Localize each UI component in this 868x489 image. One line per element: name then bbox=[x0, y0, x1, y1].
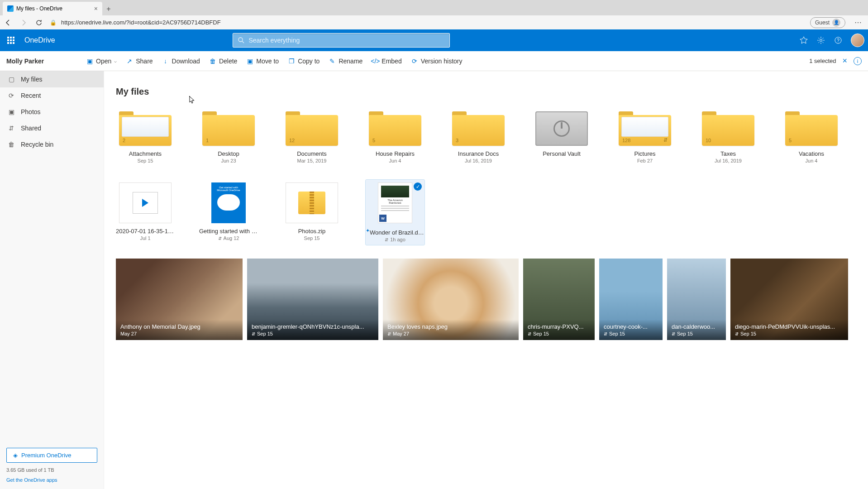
video-thumbnail bbox=[119, 182, 172, 223]
share-button[interactable]: ↗Share bbox=[126, 58, 153, 65]
new-tab-button[interactable]: + bbox=[102, 3, 115, 15]
image-tile[interactable]: chris-murray-PXVQ...⇵ Sep 15 bbox=[523, 259, 595, 340]
folder-item[interactable]: 3Insurance DocsJul 16, 2019 bbox=[449, 109, 508, 166]
item-date: ⇵ 1h ago bbox=[385, 237, 405, 242]
settings-icon[interactable] bbox=[816, 36, 825, 45]
open-icon: ▣ bbox=[86, 58, 93, 65]
image-name: dan-calderwoo... bbox=[672, 323, 721, 330]
svg-line-1 bbox=[242, 41, 244, 43]
copy-button[interactable]: ❐Copy to bbox=[288, 58, 320, 65]
tab-title: My files - OneDrive bbox=[16, 5, 62, 12]
image-name: diego-marin-PeDMdPVVUik-unsplas... bbox=[735, 323, 844, 330]
folder-item[interactable]: 128⇵PicturesFeb 27 bbox=[615, 109, 674, 166]
url-text: https://onedrive.live.com/?id=root&cid=2… bbox=[61, 19, 221, 26]
rename-icon: ✎ bbox=[329, 58, 336, 65]
onedrive-favicon-icon bbox=[7, 5, 14, 12]
folder-item[interactable]: 2AttachmentsSep 15 bbox=[116, 109, 175, 166]
image-date: ⇵ Sep 15 bbox=[528, 331, 590, 336]
copy-icon: ❐ bbox=[288, 58, 295, 65]
image-tile[interactable]: courtney-cook-...⇵ Sep 15 bbox=[599, 259, 663, 340]
sidebar-item-recycle-bin[interactable]: 🗑Recycle bin bbox=[0, 136, 104, 153]
sidebar-item-photos[interactable]: ▣Photos bbox=[0, 104, 104, 120]
nav-label: My files bbox=[21, 76, 42, 83]
back-button[interactable] bbox=[4, 18, 13, 27]
tab-bar: My files - OneDrive × + bbox=[0, 0, 868, 15]
download-button[interactable]: ↓Download bbox=[162, 58, 200, 65]
premium-button[interactable]: ◈ Premium OneDrive bbox=[6, 448, 97, 463]
url-field[interactable]: 🔒 https://onedrive.live.com/?id=root&cid… bbox=[50, 19, 804, 26]
item-name: Taxes bbox=[720, 150, 736, 157]
search-placeholder: Search everything bbox=[248, 37, 300, 44]
file-item[interactable]: Photos.zipSep 15 bbox=[282, 180, 341, 245]
folder-item[interactable]: 1DesktopJun 23 bbox=[199, 109, 258, 166]
browser-menu-button[interactable]: ⋯ bbox=[852, 18, 864, 27]
refresh-button[interactable] bbox=[34, 18, 43, 27]
image-name: benjamin-gremler-qONhYBVNz1c-unspla... bbox=[252, 323, 374, 330]
delete-button[interactable]: 🗑Delete bbox=[209, 58, 237, 65]
image-tile[interactable]: diego-marin-PeDMdPVVUik-unsplas...⇵ Sep … bbox=[730, 259, 848, 340]
guest-avatar-icon: 👤 bbox=[832, 19, 840, 27]
app-launcher-button[interactable] bbox=[4, 33, 18, 48]
item-name: Photos.zip bbox=[298, 228, 326, 235]
folder-icon: 12 bbox=[286, 111, 338, 146]
item-date: Jul 16, 2019 bbox=[715, 158, 742, 163]
sidebar-item-my-files[interactable]: ▢My files bbox=[0, 71, 104, 87]
svg-point-0 bbox=[238, 38, 243, 42]
file-item[interactable]: Get started withMicrosoft OneDriveGettin… bbox=[199, 180, 258, 245]
sidebar-item-recent[interactable]: ⟳Recent bbox=[0, 87, 104, 104]
tab-close-icon[interactable]: × bbox=[94, 5, 98, 12]
item-name: House Repairs bbox=[376, 150, 415, 157]
image-name: Bexley loves naps.jpeg bbox=[387, 323, 514, 330]
storage-text: 3.65 GB used of 1 TB bbox=[6, 467, 97, 473]
sidebar-item-shared[interactable]: ⇵Shared bbox=[0, 120, 104, 136]
file-item[interactable]: 2020-07-01 16-35-10.m...Jul 1 bbox=[116, 180, 175, 245]
image-tile[interactable]: Anthony on Memorial Day.jpegMay 27 bbox=[116, 259, 243, 340]
address-bar: 🔒 https://onedrive.live.com/?id=root&cid… bbox=[0, 15, 868, 29]
get-apps-link[interactable]: Get the OneDrive apps bbox=[6, 477, 97, 483]
embed-icon: </> bbox=[372, 58, 379, 65]
embed-button[interactable]: </>Embed bbox=[372, 58, 401, 65]
breadcrumb-user: Molly Parker bbox=[6, 58, 86, 65]
folder-icon: 10 bbox=[702, 111, 754, 146]
suite-header: OneDrive Search everything ? bbox=[0, 29, 868, 51]
recent-icon: ⟳ bbox=[7, 91, 15, 100]
version-button[interactable]: ⟳Version history bbox=[411, 58, 463, 65]
folder-item[interactable]: 10TaxesJul 16, 2019 bbox=[699, 109, 758, 166]
folder-item[interactable]: 5VacationsJun 4 bbox=[782, 109, 841, 166]
image-tile[interactable]: benjamin-gremler-qONhYBVNz1c-unspla...⇵ … bbox=[247, 259, 378, 340]
help-icon[interactable]: ? bbox=[834, 36, 843, 45]
rename-button[interactable]: ✎Rename bbox=[329, 58, 362, 65]
file-item[interactable]: ✓The AmazonRainforestW✦Wonder of Brazil.… bbox=[366, 180, 424, 245]
image-date: ⇵ Sep 15 bbox=[252, 331, 374, 336]
item-name: Insurance Docs bbox=[458, 150, 499, 157]
image-date: May 27 bbox=[120, 331, 238, 336]
guest-label: Guest bbox=[815, 19, 830, 26]
open-button[interactable]: ▣Open⌵ bbox=[86, 58, 117, 65]
image-date: ⇵ Sep 15 bbox=[672, 331, 721, 336]
move-button[interactable]: ▣Move to bbox=[246, 58, 279, 65]
folder-item[interactable]: Personal Vault bbox=[532, 109, 591, 166]
vault-icon bbox=[535, 111, 588, 146]
folder-item[interactable]: 5House RepairsJun 4 bbox=[366, 109, 424, 166]
info-button[interactable]: i bbox=[854, 57, 862, 65]
image-date: ⇵ May 27 bbox=[387, 331, 514, 336]
folder-icon: 5 bbox=[369, 111, 421, 146]
item-date: Jul 1 bbox=[140, 235, 150, 241]
shared-icon: ⇵ bbox=[387, 331, 391, 336]
image-date: ⇵ Sep 15 bbox=[604, 331, 658, 336]
clear-selection-button[interactable]: × bbox=[842, 56, 847, 66]
nav-label: Photos bbox=[21, 108, 41, 115]
item-date: Jul 16, 2019 bbox=[465, 158, 492, 163]
user-avatar[interactable] bbox=[851, 34, 864, 47]
shared-icon: ⇵ bbox=[252, 331, 255, 336]
item-name: Attachments bbox=[129, 150, 162, 157]
folder-item[interactable]: 12DocumentsMar 15, 2019 bbox=[282, 109, 341, 166]
premium-icon[interactable] bbox=[799, 36, 808, 45]
profile-button[interactable]: Guest 👤 bbox=[810, 17, 845, 28]
browser-tab[interactable]: My files - OneDrive × bbox=[3, 2, 102, 15]
photos-icon: ▣ bbox=[7, 108, 15, 116]
search-input[interactable]: Search everything bbox=[233, 33, 450, 48]
item-date: ⇵ Aug 12 bbox=[218, 235, 239, 241]
image-tile[interactable]: Bexley loves naps.jpeg⇵ May 27 bbox=[383, 259, 519, 340]
image-tile[interactable]: dan-calderwoo...⇵ Sep 15 bbox=[667, 259, 726, 340]
